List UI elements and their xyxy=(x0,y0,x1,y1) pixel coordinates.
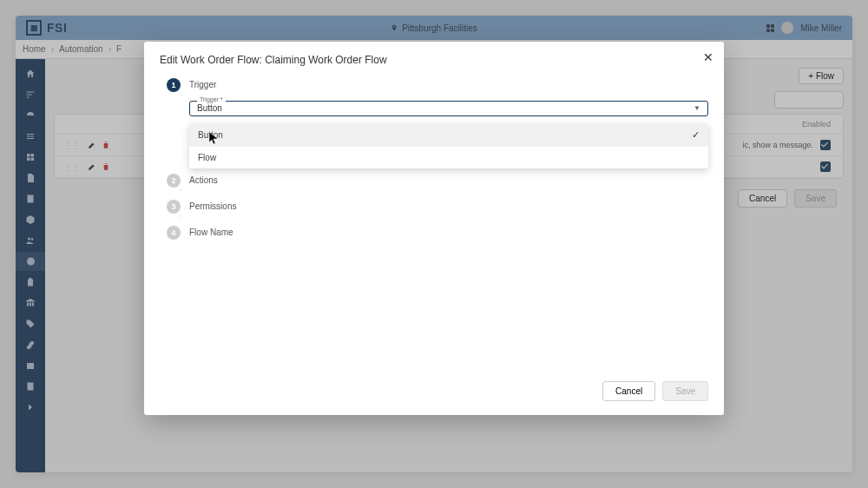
check-icon: ✓ xyxy=(692,129,700,141)
step-2-badge: 2 xyxy=(167,174,181,188)
cancel-button[interactable]: Cancel xyxy=(602,381,655,401)
dropdown-option-flow[interactable]: Flow xyxy=(189,147,708,168)
step-3-label: Permissions xyxy=(189,200,236,211)
modal-footer: Cancel Save xyxy=(602,381,708,401)
step-4-badge: 4 xyxy=(167,226,181,240)
trigger-label: Trigger * xyxy=(197,96,226,102)
chevron-down-icon: ▼ xyxy=(694,104,700,112)
step-3-badge: 3 xyxy=(167,200,181,214)
trigger-select[interactable]: Trigger * Button ▼ xyxy=(189,101,708,116)
trigger-field: Trigger * Button ▼ Button ✓ Flow xyxy=(189,101,708,116)
step-1-badge: 1 xyxy=(167,78,181,92)
modal-title: Edit Work Order Flow: Claiming Work Orde… xyxy=(160,54,708,66)
trigger-dropdown: Button ✓ Flow xyxy=(189,123,708,168)
step-2-label: Actions xyxy=(189,174,218,185)
option-label: Button xyxy=(198,130,223,140)
close-icon[interactable]: ✕ xyxy=(703,50,713,64)
edit-flow-modal: ✕ Edit Work Order Flow: Claiming Work Or… xyxy=(144,42,724,415)
modal-overlay[interactable]: ✕ Edit Work Order Flow: Claiming Work Or… xyxy=(0,0,868,488)
stepper: 1 Trigger Trigger * Button ▼ Button ✓ xyxy=(160,78,708,240)
dropdown-option-button[interactable]: Button ✓ xyxy=(189,123,708,147)
option-label: Flow xyxy=(198,153,216,162)
step-1-label: Trigger xyxy=(189,78,708,89)
step-4-label: Flow Name xyxy=(189,226,233,237)
trigger-value: Button xyxy=(197,103,222,113)
save-button[interactable]: Save xyxy=(662,381,708,401)
